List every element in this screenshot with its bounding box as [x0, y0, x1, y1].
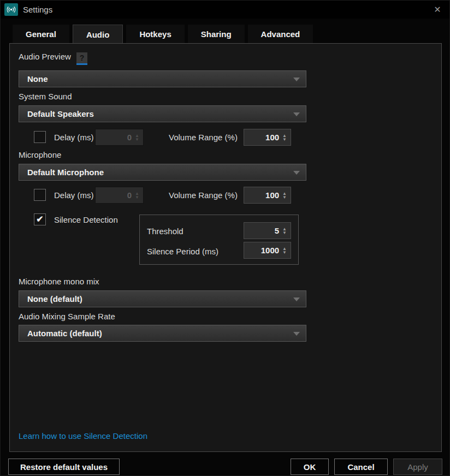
silence-period-input[interactable]: 1000 ▲ ▼ [244, 242, 291, 259]
microphone-select[interactable]: Default Microphone [19, 164, 306, 181]
settings-window: Settings ✕ General Audio Hotkeys Sharing… [0, 0, 450, 476]
spinner-down-icon[interactable]: ▼ [282, 138, 287, 141]
mono-mix-selected-value: None (default) [27, 294, 82, 304]
sample-rate-selected-value: Automatic (default) [27, 329, 102, 338]
system-volume-label: Volume Range (%) [169, 133, 238, 142]
tab-general[interactable]: General [13, 25, 69, 44]
audio-preview-selected-value: None [27, 74, 48, 84]
mono-mix-label: Microphone mono mix [19, 277, 99, 287]
system-delay-label: Delay (ms) [54, 133, 94, 142]
mic-delay-value: 0 [127, 191, 132, 200]
chevron-down-icon [293, 78, 300, 81]
help-icon[interactable]: ? [76, 52, 87, 65]
chevron-down-icon [293, 332, 300, 336]
mic-volume-value: 100 [265, 191, 279, 200]
spinner-down-icon: ▼ [135, 195, 139, 199]
mic-volume-label: Volume Range (%) [169, 191, 238, 200]
system-delay-input: 0 ▲ ▼ [95, 129, 144, 146]
app-sound-wave-icon [4, 3, 18, 16]
window-title: Settings [23, 5, 52, 14]
ok-button[interactable]: OK [291, 459, 329, 475]
silence-detection-checkbox[interactable]: ✔ [34, 213, 46, 225]
silence-period-value: 1000 [261, 246, 279, 255]
threshold-label: Threshold [147, 227, 183, 236]
tab-audio[interactable]: Audio [73, 25, 123, 44]
system-volume-value: 100 [265, 133, 279, 142]
microphone-selected-value: Default Microphone [27, 168, 104, 177]
threshold-input[interactable]: 5 ▲ ▼ [244, 222, 291, 239]
silence-detection-label: Silence Detection [54, 215, 118, 225]
mic-delay-checkbox[interactable] [34, 189, 46, 201]
system-sound-label: System Sound [19, 92, 72, 102]
threshold-value: 5 [275, 226, 279, 235]
spinner-arrows-icon[interactable]: ▲ ▼ [282, 192, 287, 199]
audio-preview-label: Audio Preview [19, 52, 71, 62]
silence-detection-help-link[interactable]: Learn how to use Silence Detection [19, 431, 147, 441]
microphone-label: Microphone [19, 150, 61, 160]
spinner-arrows-icon[interactable]: ▲ ▼ [282, 227, 287, 235]
system-sound-selected-value: Default Speakers [27, 109, 94, 118]
system-volume-input[interactable]: 100 ▲ ▼ [244, 129, 291, 146]
spinner-arrows-icon: ▲ ▼ [135, 134, 139, 141]
tab-sharing[interactable]: Sharing [188, 25, 245, 44]
system-delay-value: 0 [127, 133, 132, 142]
chevron-down-icon [293, 297, 300, 301]
cancel-button[interactable]: Cancel [334, 459, 388, 475]
spinner-down-icon[interactable]: ▼ [282, 231, 287, 235]
close-icon[interactable]: ✕ [431, 3, 444, 16]
tab-hotkeys[interactable]: Hotkeys [126, 25, 184, 44]
mic-delay-input: 0 ▲ ▼ [95, 187, 144, 204]
restore-defaults-button[interactable]: Restore default values [8, 459, 120, 475]
spinner-down-icon[interactable]: ▼ [282, 251, 287, 254]
spinner-arrows-icon[interactable]: ▲ ▼ [282, 134, 287, 141]
audio-preview-select[interactable]: None [19, 70, 306, 87]
sample-rate-select[interactable]: Automatic (default) [19, 325, 306, 342]
chevron-down-icon [293, 112, 300, 116]
system-delay-checkbox[interactable] [34, 131, 46, 143]
tab-bar: General Audio Hotkeys Sharing Advanced [13, 25, 313, 44]
mic-delay-label: Delay (ms) [54, 191, 94, 200]
spinner-arrows-icon: ▲ ▼ [135, 192, 139, 199]
spinner-arrows-icon[interactable]: ▲ ▼ [282, 247, 287, 254]
sample-rate-label: Audio Mixing Sample Rate [19, 312, 115, 322]
system-sound-select[interactable]: Default Speakers [19, 105, 306, 122]
tab-advanced[interactable]: Advanced [248, 25, 313, 44]
audio-settings-panel: Audio Preview ? None System Sound Defaul… [9, 43, 442, 452]
apply-button[interactable]: Apply [393, 459, 442, 475]
silence-period-label: Silence Period (ms) [147, 247, 218, 257]
title-bar: Settings ✕ [1, 1, 449, 19]
silence-detection-group: Threshold 5 ▲ ▼ Silence Period (ms) 1000… [139, 215, 299, 265]
spinner-down-icon: ▼ [135, 138, 139, 141]
mic-volume-input[interactable]: 100 ▲ ▼ [244, 187, 291, 204]
spinner-down-icon[interactable]: ▼ [282, 195, 287, 199]
chevron-down-icon [293, 171, 300, 175]
mono-mix-select[interactable]: None (default) [19, 290, 306, 307]
